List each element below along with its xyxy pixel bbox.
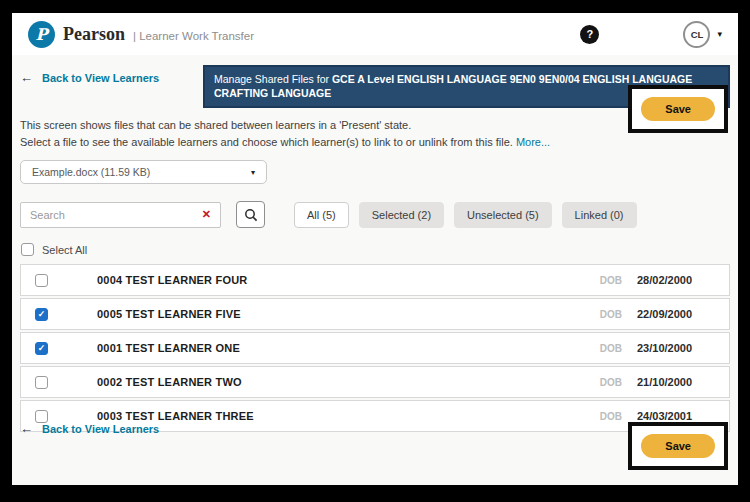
dob-value: 24/03/2001 [637,410,715,422]
app-header: P Pearson | Learner Work Transfer ? CL ▾ [12,13,738,55]
learner-checkbox[interactable] [35,308,48,321]
file-select-dropdown[interactable]: Example.docx (11.59 KB) ▾ [20,160,267,184]
account-menu-caret-icon[interactable]: ▾ [717,29,722,39]
top-row: ← Back to View Learners Manage Shared Fi… [20,65,730,108]
table-row: 0002 TEST LEARNER TWO DOB 21/10/2000 [20,366,730,398]
filter-group: All (5)Selected (2)Unselected (5)Linked … [294,202,637,228]
learner-name: 0002 TEST LEARNER TWO [97,376,242,388]
filter-all[interactable]: All (5) [294,202,349,228]
save-button-top[interactable]: Save [641,97,715,121]
brand-name: Pearson [63,24,125,45]
table-row: 0004 TEST LEARNER FOUR DOB 28/02/2000 [20,264,730,296]
learner-checkbox[interactable] [35,274,48,287]
learner-name: 0001 TEST LEARNER ONE [97,342,240,354]
save-highlight-box-top: Save [628,85,728,133]
dob-label: DOB [600,309,622,320]
save-button-bottom[interactable]: Save [641,434,715,458]
filter-unselected[interactable]: Unselected (5) [454,202,552,228]
back-to-view-learners-link-top[interactable]: ← Back to View Learners [20,70,159,85]
dob-label: DOB [600,377,622,388]
app-window: P Pearson | Learner Work Transfer ? CL ▾… [12,13,738,485]
search-icon [244,208,258,222]
dob-label: DOB [600,411,622,422]
dob-value: 21/10/2000 [637,376,715,388]
filter-linked[interactable]: Linked (0) [562,202,637,228]
help-icon[interactable]: ? [580,25,599,44]
intro-line2: Select a file to see the available learn… [20,134,580,151]
pearson-logo-icon: P [28,21,55,48]
back-link-label: Back to View Learners [42,72,159,84]
banner-prefix: Manage Shared Files for [214,73,332,85]
learner-name: 0004 TEST LEARNER FOUR [97,274,247,286]
save-highlight-box-bottom: Save [628,422,728,470]
search-box: ✕ [20,202,221,228]
intro-text: This screen shows files that can be shar… [20,117,580,150]
avatar[interactable]: CL [683,21,710,48]
search-button[interactable] [236,201,265,228]
dob-label: DOB [600,343,622,354]
dob-value: 22/09/2000 [637,308,715,320]
intro-line1: This screen shows files that can be shar… [20,117,580,134]
select-all-checkbox[interactable] [21,243,34,256]
select-all-label: Select All [42,244,87,256]
dob-value: 23/10/2000 [637,342,715,354]
back-arrow-icon: ← [20,421,33,436]
dob-label: DOB [600,275,622,286]
table-row: 0001 TEST LEARNER ONE DOB 23/10/2000 [20,332,730,364]
dob-value: 28/02/2000 [637,274,715,286]
learner-checkbox[interactable] [35,376,48,389]
search-input[interactable] [30,209,202,221]
back-to-view-learners-link-bottom[interactable]: ← Back to View Learners [20,421,159,436]
filter-selected[interactable]: Selected (2) [359,202,444,228]
file-select-value: Example.docx (11.59 KB) [32,166,150,178]
more-link[interactable]: More... [516,136,550,148]
page-content: ← Back to View Learners Manage Shared Fi… [12,55,738,485]
chevron-down-icon: ▾ [251,168,255,177]
search-row: ✕ All (5)Selected (2)Unselected (5)Linke… [20,201,730,228]
learner-checkbox[interactable] [35,342,48,355]
back-link-label: Back to View Learners [42,423,159,435]
clear-search-icon[interactable]: ✕ [202,208,211,221]
app-title: | Learner Work Transfer [133,30,254,42]
table-row: 0005 TEST LEARNER FIVE DOB 22/09/2000 [20,298,730,330]
learner-name: 0005 TEST LEARNER FIVE [97,308,241,320]
learner-list: 0004 TEST LEARNER FOUR DOB 28/02/2000 00… [20,264,730,432]
back-arrow-icon: ← [20,70,33,85]
header-actions: ? CL ▾ [580,21,722,48]
select-all-row: Select All [20,243,730,256]
